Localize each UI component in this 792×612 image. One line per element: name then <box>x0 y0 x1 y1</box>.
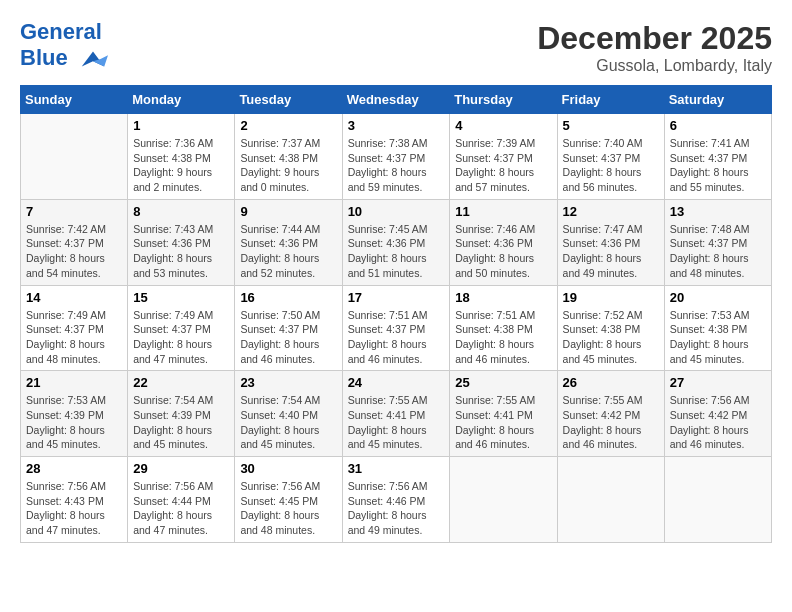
day-info: Sunrise: 7:48 AMSunset: 4:37 PMDaylight:… <box>670 222 766 281</box>
day-number: 28 <box>26 461 122 476</box>
day-info: Sunrise: 7:56 AMSunset: 4:44 PMDaylight:… <box>133 479 229 538</box>
day-info: Sunrise: 7:42 AMSunset: 4:37 PMDaylight:… <box>26 222 122 281</box>
day-number: 17 <box>348 290 445 305</box>
day-number: 12 <box>563 204 659 219</box>
column-header-wednesday: Wednesday <box>342 86 450 114</box>
day-info: Sunrise: 7:41 AMSunset: 4:37 PMDaylight:… <box>670 136 766 195</box>
calendar-cell: 15Sunrise: 7:49 AMSunset: 4:37 PMDayligh… <box>128 285 235 371</box>
day-number: 7 <box>26 204 122 219</box>
day-info: Sunrise: 7:54 AMSunset: 4:40 PMDaylight:… <box>240 393 336 452</box>
calendar-cell: 11Sunrise: 7:46 AMSunset: 4:36 PMDayligh… <box>450 199 557 285</box>
day-number: 20 <box>670 290 766 305</box>
calendar-cell <box>450 457 557 543</box>
day-info: Sunrise: 7:49 AMSunset: 4:37 PMDaylight:… <box>26 308 122 367</box>
calendar-cell: 19Sunrise: 7:52 AMSunset: 4:38 PMDayligh… <box>557 285 664 371</box>
calendar-cell <box>664 457 771 543</box>
calendar-cell <box>557 457 664 543</box>
day-info: Sunrise: 7:52 AMSunset: 4:38 PMDaylight:… <box>563 308 659 367</box>
calendar-cell: 21Sunrise: 7:53 AMSunset: 4:39 PMDayligh… <box>21 371 128 457</box>
day-info: Sunrise: 7:46 AMSunset: 4:36 PMDaylight:… <box>455 222 551 281</box>
logo: General Blue <box>20 20 108 74</box>
header: General Blue December 2025 Gussola, Lomb… <box>20 20 772 75</box>
day-info: Sunrise: 7:49 AMSunset: 4:37 PMDaylight:… <box>133 308 229 367</box>
day-info: Sunrise: 7:56 AMSunset: 4:45 PMDaylight:… <box>240 479 336 538</box>
day-number: 21 <box>26 375 122 390</box>
logo-blue: Blue <box>20 45 68 70</box>
column-header-monday: Monday <box>128 86 235 114</box>
calendar-cell: 22Sunrise: 7:54 AMSunset: 4:39 PMDayligh… <box>128 371 235 457</box>
day-info: Sunrise: 7:53 AMSunset: 4:39 PMDaylight:… <box>26 393 122 452</box>
week-row-2: 14Sunrise: 7:49 AMSunset: 4:37 PMDayligh… <box>21 285 772 371</box>
day-info: Sunrise: 7:40 AMSunset: 4:37 PMDaylight:… <box>563 136 659 195</box>
calendar-cell: 20Sunrise: 7:53 AMSunset: 4:38 PMDayligh… <box>664 285 771 371</box>
day-number: 9 <box>240 204 336 219</box>
day-number: 22 <box>133 375 229 390</box>
day-number: 2 <box>240 118 336 133</box>
day-info: Sunrise: 7:54 AMSunset: 4:39 PMDaylight:… <box>133 393 229 452</box>
day-number: 23 <box>240 375 336 390</box>
calendar-cell: 23Sunrise: 7:54 AMSunset: 4:40 PMDayligh… <box>235 371 342 457</box>
column-header-friday: Friday <box>557 86 664 114</box>
column-header-thursday: Thursday <box>450 86 557 114</box>
calendar-cell: 31Sunrise: 7:56 AMSunset: 4:46 PMDayligh… <box>342 457 450 543</box>
calendar-cell: 9Sunrise: 7:44 AMSunset: 4:36 PMDaylight… <box>235 199 342 285</box>
day-info: Sunrise: 7:50 AMSunset: 4:37 PMDaylight:… <box>240 308 336 367</box>
week-row-3: 21Sunrise: 7:53 AMSunset: 4:39 PMDayligh… <box>21 371 772 457</box>
day-number: 27 <box>670 375 766 390</box>
day-info: Sunrise: 7:44 AMSunset: 4:36 PMDaylight:… <box>240 222 336 281</box>
calendar-subtitle: Gussola, Lombardy, Italy <box>537 57 772 75</box>
day-info: Sunrise: 7:56 AMSunset: 4:42 PMDaylight:… <box>670 393 766 452</box>
calendar-cell: 16Sunrise: 7:50 AMSunset: 4:37 PMDayligh… <box>235 285 342 371</box>
day-info: Sunrise: 7:51 AMSunset: 4:37 PMDaylight:… <box>348 308 445 367</box>
day-info: Sunrise: 7:55 AMSunset: 4:42 PMDaylight:… <box>563 393 659 452</box>
day-number: 6 <box>670 118 766 133</box>
calendar-cell <box>21 114 128 200</box>
day-info: Sunrise: 7:56 AMSunset: 4:43 PMDaylight:… <box>26 479 122 538</box>
calendar-cell: 6Sunrise: 7:41 AMSunset: 4:37 PMDaylight… <box>664 114 771 200</box>
day-number: 30 <box>240 461 336 476</box>
calendar-cell: 5Sunrise: 7:40 AMSunset: 4:37 PMDaylight… <box>557 114 664 200</box>
logo-general: General <box>20 19 102 44</box>
calendar-cell: 18Sunrise: 7:51 AMSunset: 4:38 PMDayligh… <box>450 285 557 371</box>
calendar-cell: 8Sunrise: 7:43 AMSunset: 4:36 PMDaylight… <box>128 199 235 285</box>
title-area: December 2025 Gussola, Lombardy, Italy <box>537 20 772 75</box>
header-row: SundayMondayTuesdayWednesdayThursdayFrid… <box>21 86 772 114</box>
day-number: 15 <box>133 290 229 305</box>
calendar-cell: 26Sunrise: 7:55 AMSunset: 4:42 PMDayligh… <box>557 371 664 457</box>
day-number: 10 <box>348 204 445 219</box>
calendar-cell: 30Sunrise: 7:56 AMSunset: 4:45 PMDayligh… <box>235 457 342 543</box>
day-number: 16 <box>240 290 336 305</box>
week-row-1: 7Sunrise: 7:42 AMSunset: 4:37 PMDaylight… <box>21 199 772 285</box>
day-number: 24 <box>348 375 445 390</box>
day-number: 11 <box>455 204 551 219</box>
day-info: Sunrise: 7:37 AMSunset: 4:38 PMDaylight:… <box>240 136 336 195</box>
calendar-cell: 24Sunrise: 7:55 AMSunset: 4:41 PMDayligh… <box>342 371 450 457</box>
day-number: 29 <box>133 461 229 476</box>
calendar-table: SundayMondayTuesdayWednesdayThursdayFrid… <box>20 85 772 543</box>
day-info: Sunrise: 7:55 AMSunset: 4:41 PMDaylight:… <box>455 393 551 452</box>
calendar-cell: 10Sunrise: 7:45 AMSunset: 4:36 PMDayligh… <box>342 199 450 285</box>
day-number: 1 <box>133 118 229 133</box>
day-number: 26 <box>563 375 659 390</box>
logo-bird-icon <box>78 44 108 74</box>
day-info: Sunrise: 7:53 AMSunset: 4:38 PMDaylight:… <box>670 308 766 367</box>
week-row-4: 28Sunrise: 7:56 AMSunset: 4:43 PMDayligh… <box>21 457 772 543</box>
day-info: Sunrise: 7:47 AMSunset: 4:36 PMDaylight:… <box>563 222 659 281</box>
day-number: 8 <box>133 204 229 219</box>
day-number: 4 <box>455 118 551 133</box>
calendar-cell: 29Sunrise: 7:56 AMSunset: 4:44 PMDayligh… <box>128 457 235 543</box>
calendar-cell: 3Sunrise: 7:38 AMSunset: 4:37 PMDaylight… <box>342 114 450 200</box>
day-info: Sunrise: 7:43 AMSunset: 4:36 PMDaylight:… <box>133 222 229 281</box>
column-header-saturday: Saturday <box>664 86 771 114</box>
day-number: 18 <box>455 290 551 305</box>
column-header-sunday: Sunday <box>21 86 128 114</box>
week-row-0: 1Sunrise: 7:36 AMSunset: 4:38 PMDaylight… <box>21 114 772 200</box>
day-number: 25 <box>455 375 551 390</box>
calendar-cell: 1Sunrise: 7:36 AMSunset: 4:38 PMDaylight… <box>128 114 235 200</box>
calendar-title: December 2025 <box>537 20 772 57</box>
calendar-cell: 28Sunrise: 7:56 AMSunset: 4:43 PMDayligh… <box>21 457 128 543</box>
day-info: Sunrise: 7:36 AMSunset: 4:38 PMDaylight:… <box>133 136 229 195</box>
calendar-cell: 17Sunrise: 7:51 AMSunset: 4:37 PMDayligh… <box>342 285 450 371</box>
column-header-tuesday: Tuesday <box>235 86 342 114</box>
day-number: 31 <box>348 461 445 476</box>
